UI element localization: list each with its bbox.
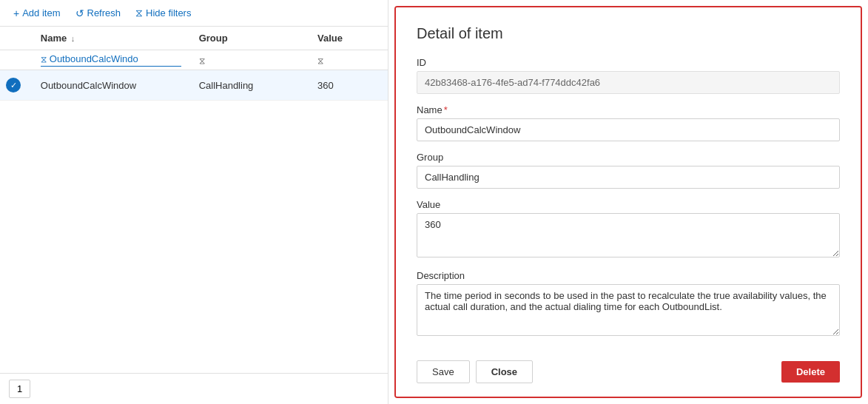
selected-check-icon: ✓ (6, 78, 21, 92)
name-field-group: Name* (417, 104, 840, 141)
description-field-group: Description (417, 270, 840, 338)
sort-icon: ↓ (71, 34, 75, 43)
name-label: Name* (417, 104, 840, 115)
name-filter-wrap: ⧖ (41, 53, 181, 67)
value-field-group: Value (417, 199, 840, 260)
description-label: Description (417, 270, 840, 281)
value-textarea[interactable] (417, 213, 840, 257)
refresh-button[interactable]: ↺ Refresh (70, 4, 127, 22)
refresh-icon: ↺ (75, 7, 84, 19)
table-container: Name ↓ Group Value (0, 27, 388, 373)
group-label: Group (417, 152, 840, 163)
th-value[interactable]: Value (309, 27, 388, 50)
filter-icon: ⧖ (135, 7, 143, 19)
items-table: Name ↓ Group Value (0, 27, 388, 101)
id-field-group: ID (417, 57, 840, 94)
page-1-button[interactable]: 1 (9, 380, 30, 398)
group-field-group: Group (417, 152, 840, 189)
hide-filters-button[interactable]: ⧖ Hide filters (129, 4, 197, 22)
save-button[interactable]: Save (417, 360, 470, 383)
toolbar: + Add item ↺ Refresh ⧖ Hide filters (0, 0, 388, 27)
th-check (0, 27, 32, 50)
detail-title: Detail of item (417, 25, 840, 42)
name-input[interactable] (417, 118, 840, 141)
group-filter-icon: ⧖ (199, 55, 205, 66)
action-row: Save Close Delete (417, 360, 840, 383)
row-value-cell: 360 (309, 70, 388, 101)
detail-panel: Detail of item ID Name* Group Value Desc… (394, 6, 862, 398)
id-label: ID (417, 57, 840, 68)
left-panel: + Add item ↺ Refresh ⧖ Hide filters Name… (0, 0, 388, 404)
name-filter-input[interactable] (50, 53, 138, 64)
add-icon: + (13, 7, 19, 19)
add-item-label: Add item (22, 7, 60, 18)
description-textarea[interactable] (417, 284, 840, 336)
id-input (417, 71, 840, 94)
name-filter-icon: ⧖ (41, 54, 47, 64)
refresh-label: Refresh (87, 7, 121, 18)
add-item-button[interactable]: + Add item (7, 4, 67, 22)
th-name[interactable]: Name ↓ (32, 27, 190, 50)
name-required: * (444, 104, 448, 115)
delete-button[interactable]: Delete (781, 361, 840, 383)
value-filter-icon: ⧖ (317, 55, 323, 66)
row-name-cell: OutboundCalcWindow (32, 70, 190, 101)
close-button[interactable]: Close (476, 360, 533, 383)
pagination: 1 (0, 373, 388, 404)
filter-row: ⧖ ⧖ ⧖ (0, 50, 388, 70)
th-group[interactable]: Group (190, 27, 309, 50)
row-group-cell: CallHandling (190, 70, 309, 101)
value-label: Value (417, 199, 840, 210)
table-row[interactable]: ✓ OutboundCalcWindow CallHandling 360 (0, 70, 388, 101)
hide-filters-label: Hide filters (146, 7, 191, 18)
group-input[interactable] (417, 166, 840, 189)
